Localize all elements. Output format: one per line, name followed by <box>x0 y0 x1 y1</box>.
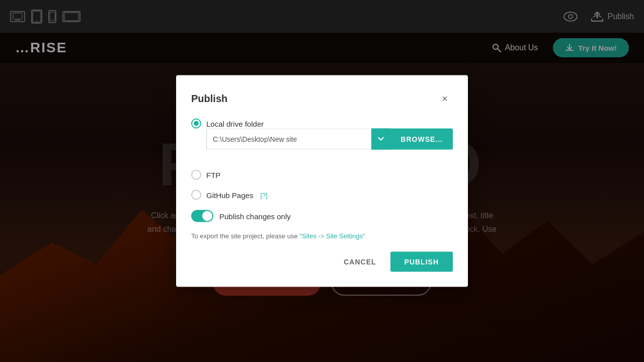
github-radio-circle[interactable] <box>191 190 201 200</box>
ftp-label: FTP <box>206 170 220 179</box>
toggle-label: Publish changes only <box>219 212 291 220</box>
dialog-footer: CANCEL PUBLISH <box>191 252 453 272</box>
publish-action-button[interactable]: PUBLISH <box>390 252 453 272</box>
ftp-radio[interactable]: FTP <box>191 170 453 180</box>
local-drive-radio-circle[interactable] <box>191 119 201 129</box>
publish-changes-toggle[interactable] <box>191 210 213 222</box>
export-note-text: To export the site project, please use <box>191 232 299 240</box>
github-label: GitHub Pages <box>206 191 253 199</box>
toggle-row: Publish changes only <box>191 210 453 222</box>
cancel-button[interactable]: CANCEL <box>336 253 384 271</box>
close-button[interactable]: × <box>437 90 453 107</box>
dialog-title: Publish <box>191 93 227 104</box>
publish-options: Local drive folder BROWSE... FTP GitHub … <box>191 119 453 200</box>
path-row: BROWSE... <box>206 129 453 150</box>
export-note: To export the site project, please use "… <box>191 232 453 240</box>
path-input[interactable] <box>206 129 371 150</box>
publish-dialog: Publish × Local drive folder BROWSE... <box>176 75 468 287</box>
github-help-link[interactable]: [?] <box>260 191 267 199</box>
local-drive-label: Local drive folder <box>206 119 264 128</box>
local-drive-radio[interactable]: Local drive folder <box>191 119 453 129</box>
browse-button[interactable]: BROWSE... <box>390 129 453 150</box>
local-drive-option: Local drive folder BROWSE... <box>191 119 453 160</box>
export-link[interactable]: "Sites -> Site Settings" <box>299 232 365 240</box>
ftp-radio-circle[interactable] <box>191 170 201 180</box>
github-radio[interactable]: GitHub Pages [?] <box>191 190 453 200</box>
dialog-header: Publish × <box>191 90 453 107</box>
toggle-knob <box>202 211 212 221</box>
path-dropdown-button[interactable] <box>371 129 390 150</box>
